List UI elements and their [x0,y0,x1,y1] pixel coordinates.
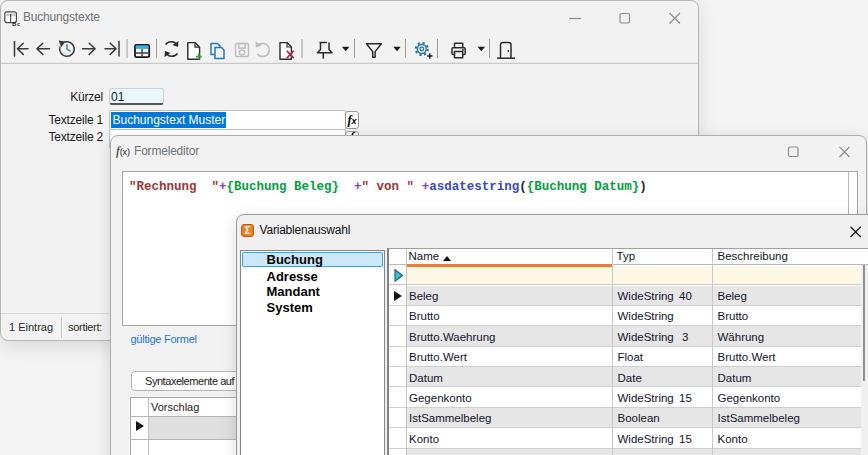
svg-text:c: c [17,21,20,26]
svg-text:Σ: Σ [244,225,250,236]
svg-text:B: B [12,21,16,26]
